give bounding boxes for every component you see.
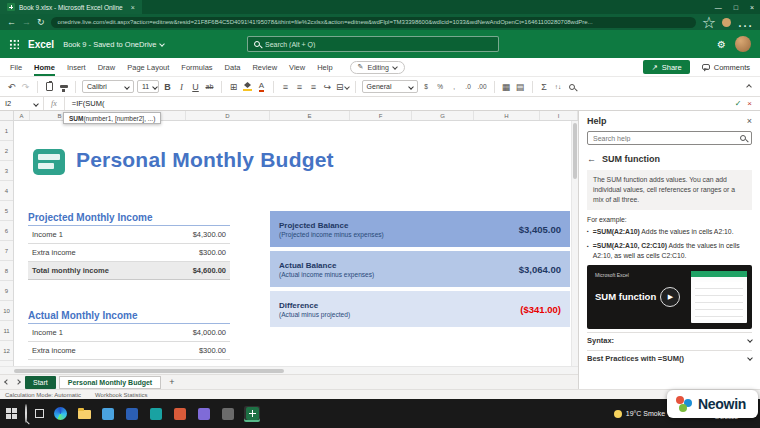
ribbon-tab-help[interactable]: Help: [311, 58, 338, 76]
window-minimize-button[interactable]: —: [709, 4, 728, 11]
ribbon-tab-formulas[interactable]: Formulas: [175, 58, 218, 76]
help-search-box[interactable]: [587, 131, 752, 145]
name-box[interactable]: I2: [0, 97, 44, 110]
app-name[interactable]: Excel: [28, 39, 54, 50]
sheet-nav-right-icon[interactable]: [14, 380, 22, 384]
ribbon-tab-insert[interactable]: Insert: [61, 58, 92, 76]
help-back-icon[interactable]: ←: [587, 154, 596, 164]
file-explorer-icon[interactable]: [76, 406, 92, 422]
row-label-cell[interactable]: Income 1: [32, 230, 63, 239]
col-header-g[interactable]: G: [412, 111, 474, 120]
help-section-syntax[interactable]: Syntax:: [587, 332, 752, 347]
vertical-scrollbar-thumb[interactable]: [573, 123, 577, 179]
format-as-table-button[interactable]: ▤: [515, 80, 526, 94]
photos-icon[interactable]: [148, 406, 164, 422]
formula-input[interactable]: =IF(SUM(: [65, 99, 731, 108]
italic-button[interactable]: I: [176, 80, 187, 94]
add-sheet-button[interactable]: +: [164, 377, 179, 387]
row-header-7[interactable]: 7: [0, 241, 13, 261]
browser-refresh-icon[interactable]: ↻: [37, 18, 45, 27]
row-header-5[interactable]: 5: [0, 201, 13, 221]
row-label-cell[interactable]: Total monthly income: [32, 266, 109, 275]
store-icon[interactable]: [100, 406, 116, 422]
comma-format-button[interactable]: ,: [449, 80, 460, 94]
editing-mode-dropdown[interactable]: ✎ Editing: [350, 61, 405, 74]
play-button[interactable]: ▶: [660, 287, 680, 307]
vertical-scrollbar[interactable]: [571, 121, 578, 366]
actual-balance-box[interactable]: Actual Balance (Actual income minus expe…: [270, 251, 570, 287]
sheet-tab-start[interactable]: Start: [25, 376, 56, 389]
mail-icon[interactable]: [124, 406, 140, 422]
app-icon-purple[interactable]: [196, 406, 212, 422]
enter-check-icon[interactable]: ✓: [731, 99, 746, 108]
sheet-nav-left-icon[interactable]: [3, 380, 11, 384]
favorite-star-icon[interactable]: ☆: [702, 13, 716, 32]
share-button[interactable]: ↗ Share: [643, 60, 689, 74]
browser-menu-icon[interactable]: …: [737, 13, 753, 31]
account-avatar[interactable]: [735, 36, 751, 52]
projected-balance-box[interactable]: Projected Balance (Projected income minu…: [270, 211, 570, 247]
fill-color-button[interactable]: [242, 80, 253, 94]
browser-tab[interactable]: Book 9.xlsx - Microsoft Excel Online ×: [0, 0, 142, 14]
col-header-d[interactable]: D: [186, 111, 270, 120]
row-header-3[interactable]: 3: [0, 161, 13, 181]
url-field[interactable]: onedrive.live.com/edit.aspx?action=editn…: [51, 17, 696, 28]
number-format-dropdown[interactable]: General: [362, 80, 418, 93]
excel-taskbar-icon[interactable]: [244, 406, 260, 422]
browser-profile-avatar[interactable]: [722, 18, 731, 27]
actual-income-heading[interactable]: Actual Monthly Income: [28, 307, 230, 324]
help-close-icon[interactable]: ×: [747, 116, 752, 126]
font-color-button[interactable]: A: [256, 80, 267, 94]
help-search-input[interactable]: [593, 135, 736, 142]
search-input[interactable]: [265, 41, 492, 48]
select-all-corner[interactable]: [0, 111, 14, 120]
row-value-cell[interactable]: $4,600.00: [193, 266, 226, 275]
ribbon-tab-draw[interactable]: Draw: [92, 58, 122, 76]
sheet-tab-personal-monthly-budget[interactable]: Personal Monthly Budget: [59, 376, 161, 389]
conditional-formatting-button[interactable]: ▦: [501, 80, 512, 94]
col-header-a[interactable]: A: [14, 111, 30, 120]
undo-button[interactable]: ↶: [6, 80, 17, 94]
autosum-button[interactable]: Σ: [539, 80, 550, 94]
row-header-4[interactable]: 4: [0, 181, 13, 201]
window-maximize-button[interactable]: □: [728, 4, 744, 11]
bold-button[interactable]: B: [162, 80, 173, 94]
ribbon-tab-page-layout[interactable]: Page Layout: [121, 58, 175, 76]
comments-button[interactable]: Comments: [696, 63, 756, 72]
borders-button[interactable]: ⊞: [228, 80, 239, 94]
font-size-dropdown[interactable]: 11: [137, 80, 159, 93]
row-value-cell[interactable]: $4,300.00: [193, 230, 226, 239]
help-video-thumbnail[interactable]: Microsoft Excel SUM function ▶: [587, 265, 752, 329]
help-section-best-practices[interactable]: Best Practices with =SUM(): [587, 350, 752, 365]
row-header-11[interactable]: 11: [0, 321, 13, 341]
difference-box[interactable]: Difference (Actual minus projected) ($34…: [270, 291, 570, 327]
align-center-button[interactable]: ≡: [294, 80, 305, 94]
edge-icon[interactable]: [52, 406, 68, 422]
wrap-text-button[interactable]: ↪: [322, 80, 333, 94]
horizontal-scrollbar[interactable]: [0, 366, 578, 374]
window-close-button[interactable]: ×: [744, 4, 760, 11]
taskbar-search-icon[interactable]: [25, 405, 27, 423]
col-header-f[interactable]: F: [350, 111, 412, 120]
col-header-h[interactable]: H: [474, 111, 540, 120]
percent-format-button[interactable]: %: [435, 80, 446, 94]
accounting-format-button[interactable]: $: [421, 80, 432, 94]
tab-close-icon[interactable]: ×: [127, 4, 135, 11]
col-header-e[interactable]: E: [270, 111, 350, 120]
row-label-cell[interactable]: Extra income: [32, 346, 76, 355]
row-header-9[interactable]: 9: [0, 281, 13, 301]
document-title[interactable]: Book 9 - Saved to OneDrive: [63, 40, 163, 49]
ribbon-tab-review[interactable]: Review: [246, 58, 283, 76]
projected-income-heading[interactable]: Projected Monthly Income: [28, 209, 230, 226]
redo-button[interactable]: ↷: [20, 80, 31, 94]
ribbon-tab-file[interactable]: File: [4, 58, 28, 76]
strikethrough-button[interactable]: ab: [204, 80, 215, 94]
ribbon-tab-view[interactable]: View: [283, 58, 311, 76]
workbook-statistics-status[interactable]: Workbook Statistics: [95, 392, 148, 398]
start-button[interactable]: [6, 408, 17, 419]
row-label-cell[interactable]: Income 1: [32, 328, 63, 337]
app-icon-orange[interactable]: [172, 406, 188, 422]
sort-filter-button[interactable]: ↑↓: [553, 80, 564, 94]
settings-gear-icon[interactable]: ⚙: [717, 39, 726, 50]
row-value-cell[interactable]: $300.00: [199, 248, 226, 257]
